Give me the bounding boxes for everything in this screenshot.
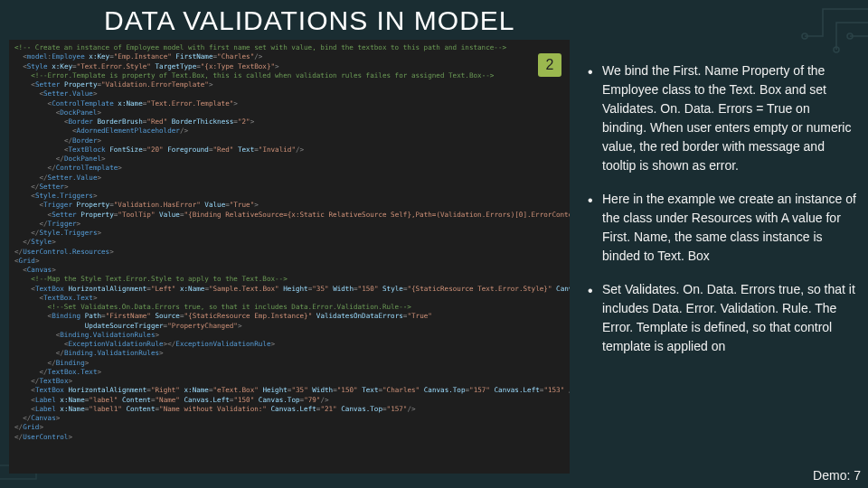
code-snippet: <!-- Create an instance of Employee mode… [9, 40, 570, 474]
step-badge: 2 [538, 53, 561, 77]
bullet-item: Set Validates. On. Data. Errors true, so… [588, 280, 857, 356]
bullet-item: We bind the First. Name Property of the … [588, 61, 857, 175]
bullet-list: We bind the First. Name Property of the … [588, 61, 857, 371]
slide-title: DATA VALIDATIONS IN MODEL [104, 5, 515, 36]
demo-label: Demo: 7 [813, 468, 861, 483]
bullet-item: Here in the example we create an instanc… [588, 190, 857, 266]
